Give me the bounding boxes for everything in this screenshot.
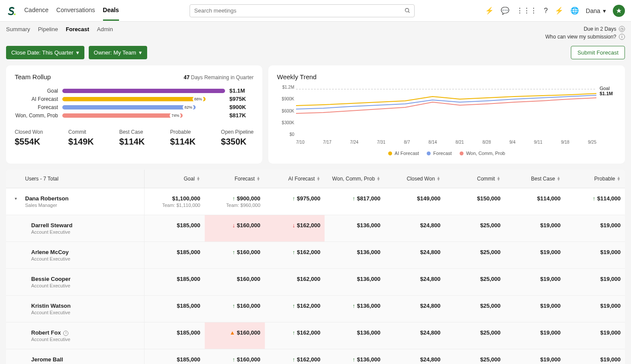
user-menu[interactable]: Dana ▾ [586, 7, 606, 14]
table-row[interactable]: Darrell Steward Account Executive$185,00… [6, 215, 625, 242]
nav-conversations[interactable]: Conversations [56, 0, 95, 21]
arrow-up-icon: ↑ [232, 249, 235, 255]
cell-value: ↑$160,000 [205, 296, 265, 322]
sort-icon: ▲▼ [557, 177, 560, 181]
filter-owner[interactable]: Owner: My Team ▾ [89, 46, 147, 59]
apps-icon[interactable]: ⋮⋮⋮ [516, 6, 537, 15]
cell-value: ↑$900,000Team: $960,000 [205, 188, 265, 215]
nav-deals[interactable]: Deals [103, 0, 119, 21]
cell-name: Arlene McCoy Account Executive [6, 242, 145, 268]
arrow-down-icon: ↓ [232, 222, 235, 229]
weekly-trend-card: Weekly Trend $1.2M$900K$600K$300K$0 7/10… [268, 65, 625, 164]
forecast-table: Users - 7 TotalGoal▲▼Forecast▲▼AI Foreca… [6, 170, 625, 364]
cell-value: $24,800 [385, 242, 445, 268]
cell-value: $136,000 [325, 269, 385, 295]
arrow-up-icon: ↑ [352, 195, 355, 202]
stat-label: Best Case [119, 129, 145, 135]
tab-admin[interactable]: Admin [97, 26, 113, 32]
col-header[interactable]: Closed Won▲▼ [385, 170, 445, 188]
cell-value: $136,000 [325, 242, 385, 268]
cell-name: Darrell Steward Account Executive [6, 215, 145, 242]
tab-forecast[interactable]: Forecast [66, 26, 89, 32]
tab-summary[interactable]: Summary [6, 26, 30, 32]
table-row[interactable]: ▾ Dana Robertson Sales Manager$1,100,000… [6, 188, 625, 215]
cell-value: $25,000 [445, 296, 505, 322]
help-icon[interactable]: ? [544, 7, 548, 15]
table-row[interactable]: Jerome Ball Account Executive$185,000↑$1… [6, 349, 625, 364]
user-role: Account Executive [31, 283, 140, 288]
goal-label: Goal $1.1M [599, 86, 613, 96]
cell-value: $114,000 [505, 188, 565, 215]
cell-value: $24,800 [385, 322, 445, 349]
stat: Best Case$114K [119, 129, 145, 147]
cell-value: $185,000 [145, 296, 205, 322]
col-users[interactable]: Users - 7 Total [6, 170, 145, 188]
col-header[interactable]: Probable▲▼ [565, 170, 625, 188]
launch-button[interactable] [613, 5, 625, 17]
table-row[interactable]: Kristin Watson Account Executive$185,000… [6, 296, 625, 322]
subnav: Summary Pipeline Forecast Admin Due in 2… [0, 22, 631, 43]
stat-value: $114K [170, 137, 196, 147]
cell-value: $25,000 [445, 215, 505, 242]
stat-value: $554K [15, 137, 43, 147]
trend-title: Weekly Trend [277, 73, 616, 81]
activity-icon[interactable]: ⚡ [485, 6, 494, 15]
cell-value: ↑$162,000 [265, 322, 325, 349]
col-header[interactable]: Forecast▲▼ [205, 170, 265, 188]
cell-value: $25,000 [445, 322, 505, 349]
info-icon[interactable]: i [619, 34, 625, 40]
bolt-icon[interactable]: ⚡ [555, 6, 563, 15]
cell-value: ↑$160,000 [205, 242, 265, 268]
cell-value: ↑$162,000 [265, 242, 325, 268]
chevron-down-icon: ▾ [139, 49, 142, 56]
globe-icon[interactable]: 🌐 [570, 6, 579, 15]
search-input[interactable] [190, 4, 415, 17]
user-name: Arlene McCoy [31, 249, 140, 255]
table-row[interactable]: Arlene McCoy Account Executive$185,000↑$… [6, 242, 625, 269]
col-header[interactable]: Best Case▲▼ [505, 170, 565, 188]
arrow-up-icon: ↑ [352, 356, 355, 363]
legend-dot [427, 151, 431, 155]
cell-value: $19,000 [505, 215, 565, 242]
chevron-down-icon: ▾ [76, 49, 79, 56]
who-can-view-link[interactable]: Who can view my submission? [545, 34, 616, 40]
cell-value: ↑$160,000 [205, 349, 265, 364]
rollup-bar: Forecast 82% $900K [15, 104, 254, 110]
cell-value: $19,000 [505, 349, 565, 364]
rollup-title: Team Rollup [15, 73, 51, 81]
stat: Commit$149K [68, 129, 94, 147]
expand-icon[interactable]: ▾ [15, 196, 17, 201]
cell-value: $19,000 [565, 242, 625, 268]
tab-pipeline[interactable]: Pipeline [38, 26, 58, 32]
user-role: Account Executive [31, 229, 140, 235]
user-name: Bessie Cooper [31, 276, 140, 282]
arrow-up-icon: ↑ [232, 356, 235, 363]
arrow-up-icon: ↑ [293, 303, 296, 309]
nav-cadence[interactable]: Cadence [24, 0, 48, 21]
cell-value: $25,000 [445, 269, 505, 295]
table-row[interactable]: Bessie Cooper Account Executive$185,000$… [6, 269, 625, 296]
cell-value: $24,800 [385, 215, 445, 242]
chat-icon[interactable]: 💬 [501, 6, 509, 15]
cell-value: $19,000 [505, 242, 565, 268]
cell-value: ↑$817,000 [325, 188, 385, 215]
col-header[interactable]: Commit▲▼ [445, 170, 505, 188]
search-icon[interactable] [404, 7, 410, 15]
col-header[interactable]: Won, Comm, Prob▲▼ [325, 170, 385, 188]
user-name: Dana Robertson [25, 195, 140, 202]
filter-close-date[interactable]: Close Date: This Quarter ▾ [6, 46, 84, 59]
cell-value: $24,800 [385, 296, 445, 322]
cell-value: ↑$162,000 [265, 349, 325, 364]
col-header[interactable]: Goal▲▼ [145, 170, 205, 188]
stat-label: Commit [68, 129, 94, 135]
stat-value: $114K [119, 137, 145, 147]
bar-label: Goal [15, 88, 58, 94]
cell-value: $24,800 [385, 269, 445, 295]
svg-point-1 [405, 8, 409, 12]
user-name: Kristin Watson [31, 303, 140, 309]
cell-value: ↓$160,000 [205, 215, 265, 242]
arrow-up-icon: ↑ [232, 303, 235, 309]
table-row[interactable]: Robert Fox Account Executive$185,000▲$16… [6, 322, 625, 349]
submit-forecast-button[interactable]: Submit Forecast [571, 46, 625, 59]
col-header[interactable]: AI Forecast▲▼ [265, 170, 325, 188]
